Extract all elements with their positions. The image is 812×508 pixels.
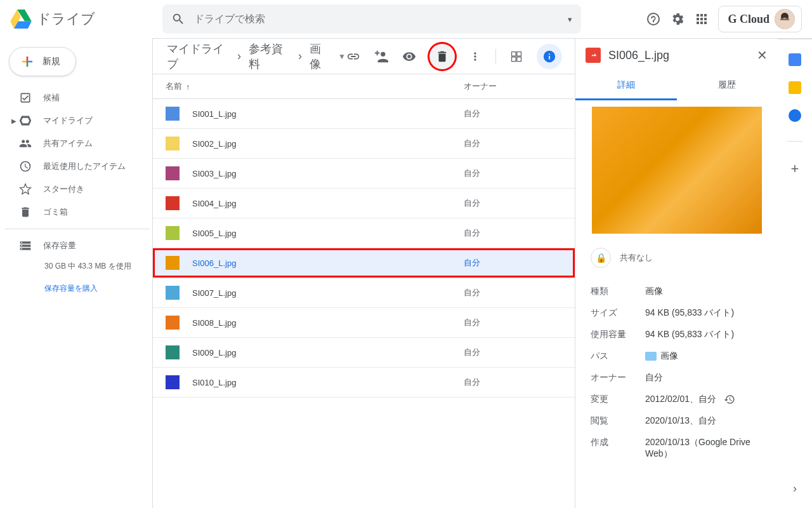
close-icon[interactable]: ✕ — [757, 48, 768, 63]
file-thumbnail — [166, 375, 180, 389]
search-input[interactable] — [194, 13, 572, 25]
search-icon — [171, 12, 185, 26]
file-row[interactable]: SI010_L.jpg自分 — [153, 368, 575, 398]
meta-mod-label: 変更 — [591, 394, 645, 405]
header-actions: G Cloud — [646, 6, 802, 32]
details-header: SI006_L.jpg ✕ — [575, 39, 778, 72]
preview-image[interactable] — [592, 107, 762, 234]
file-owner: 自分 — [464, 287, 480, 298]
clock-icon — [19, 160, 32, 173]
new-button[interactable]: 新規 — [9, 47, 76, 76]
tasks-app-icon[interactable] — [789, 109, 801, 122]
search-box[interactable]: ▾ — [162, 4, 581, 34]
file-row[interactable]: SI004_L.jpg自分 — [153, 189, 575, 218]
meta-create-label: 作成 — [591, 437, 645, 460]
info-button[interactable] — [537, 44, 562, 69]
drive-nav-icon — [19, 114, 32, 127]
account-label: G Cloud — [728, 13, 769, 26]
history-icon[interactable] — [724, 394, 735, 405]
meta-usage-value: 94 KB (95,833 バイト) — [645, 329, 763, 340]
crumb-folder1[interactable]: 参考資料 — [245, 39, 294, 74]
tab-history[interactable]: 履歴 — [677, 72, 778, 100]
sidebar-item-shared[interactable]: 共有アイテム — [5, 132, 152, 155]
file-owner: 自分 — [464, 108, 480, 119]
preview-icon[interactable] — [402, 49, 417, 64]
meta-type-label: 種類 — [591, 286, 645, 297]
settings-icon[interactable] — [670, 11, 685, 27]
app-header: ドライブ ▾ G Cloud — [0, 0, 812, 38]
caret-down-icon[interactable]: ▼ — [338, 52, 346, 61]
details-panel: SI006_L.jpg ✕ 詳細 履歴 🔒 共有なし 種類画像 サイズ94 KB… — [575, 39, 778, 508]
file-thumbnail — [166, 226, 180, 240]
meta-view-value: 2020/10/13、自分 — [645, 415, 763, 427]
caret-right-icon: ▶ — [11, 117, 16, 124]
delete-button[interactable] — [429, 44, 455, 69]
search-dropdown-icon[interactable]: ▾ — [568, 15, 572, 24]
sidebar-item-mydrive[interactable]: ▶ マイドライブ — [5, 109, 152, 132]
keep-app-icon[interactable] — [789, 81, 801, 94]
calendar-app-icon[interactable] — [789, 53, 801, 66]
crumb-current[interactable]: 画像 — [306, 39, 334, 74]
col-name[interactable]: 名前 ↑ — [166, 81, 464, 92]
file-owner: 自分 — [464, 227, 480, 239]
meta-usage-label: 使用容量 — [591, 329, 645, 340]
file-row[interactable]: SI003_L.jpg自分 — [153, 159, 575, 189]
file-row[interactable]: SI006_L.jpg自分 — [153, 248, 575, 278]
tab-detail[interactable]: 詳細 — [575, 72, 677, 100]
file-name: SI010_L.jpg — [192, 378, 464, 387]
side-rail: + › — [778, 39, 812, 508]
sidebar-item-starred[interactable]: スター付き — [5, 178, 152, 201]
file-thumbnail — [166, 196, 180, 210]
share-icon[interactable] — [374, 49, 389, 64]
file-thumbnail — [166, 316, 180, 330]
file-name: SI006_L.jpg — [192, 258, 464, 268]
grid-view-icon[interactable] — [509, 49, 524, 64]
logo-area[interactable]: ドライブ — [10, 10, 162, 29]
storage-icon — [19, 239, 32, 252]
more-icon[interactable] — [468, 49, 483, 64]
sidebar-item-storage[interactable]: 保存容量 — [5, 234, 152, 257]
add-app-icon[interactable]: + — [791, 161, 799, 177]
apps-icon[interactable] — [694, 11, 709, 27]
crumb-mydrive[interactable]: マイドライブ — [163, 39, 233, 74]
star-icon — [19, 183, 32, 196]
file-thumbnail — [166, 286, 180, 300]
file-name: SI007_L.jpg — [192, 288, 464, 298]
help-icon[interactable] — [646, 11, 661, 27]
toolbar: マイドライブ › 参考資料 › 画像 ▼ — [153, 39, 575, 74]
file-owner: 自分 — [464, 377, 480, 388]
link-icon[interactable] — [346, 49, 361, 64]
expand-rail-icon[interactable]: › — [793, 482, 797, 495]
sidebar-item-priority[interactable]: 候補 — [5, 86, 152, 109]
meta-path-value: 画像 — [645, 351, 763, 362]
storage-usage: 30 GB 中 43.3 MB を使用 — [5, 257, 152, 276]
file-thumbnail — [166, 166, 180, 180]
file-owner: 自分 — [464, 257, 480, 269]
buy-storage-link[interactable]: 保存容量を購入 — [5, 276, 152, 298]
file-owner: 自分 — [464, 317, 480, 328]
meta-owner-value: 自分 — [645, 372, 763, 384]
meta-create-value: 2020/10/13（Google Drive Web） — [645, 437, 763, 460]
sidebar-item-recent[interactable]: 最近使用したアイテム — [5, 155, 152, 178]
col-owner[interactable]: オーナー — [464, 81, 562, 92]
file-row[interactable]: SI007_L.jpg自分 — [153, 278, 575, 308]
sidebar-item-label: マイドライブ — [43, 115, 93, 126]
share-label: 共有なし — [620, 252, 653, 264]
file-thumbnail — [166, 107, 180, 121]
file-owner: 自分 — [464, 168, 480, 179]
file-row[interactable]: SI009_L.jpg自分 — [153, 338, 575, 368]
checkbox-icon — [19, 91, 32, 104]
file-owner: 自分 — [464, 138, 480, 149]
sidebar-item-trash[interactable]: ゴミ箱 — [5, 201, 152, 224]
new-label: 新規 — [43, 56, 60, 67]
file-row[interactable]: SI002_L.jpg自分 — [153, 129, 575, 159]
file-name: SI002_L.jpg — [192, 139, 464, 149]
file-row[interactable]: SI001_L.jpg自分 — [153, 99, 575, 129]
avatar[interactable] — [775, 9, 795, 29]
sidebar-item-label: スター付き — [43, 184, 84, 195]
details-title: SI006_L.jpg — [608, 49, 749, 62]
file-row[interactable]: SI008_L.jpg自分 — [153, 308, 575, 338]
account-switcher[interactable]: G Cloud — [718, 6, 802, 32]
file-row[interactable]: SI005_L.jpg自分 — [153, 218, 575, 248]
content: マイドライブ › 参考資料 › 画像 ▼ — [153, 39, 575, 508]
